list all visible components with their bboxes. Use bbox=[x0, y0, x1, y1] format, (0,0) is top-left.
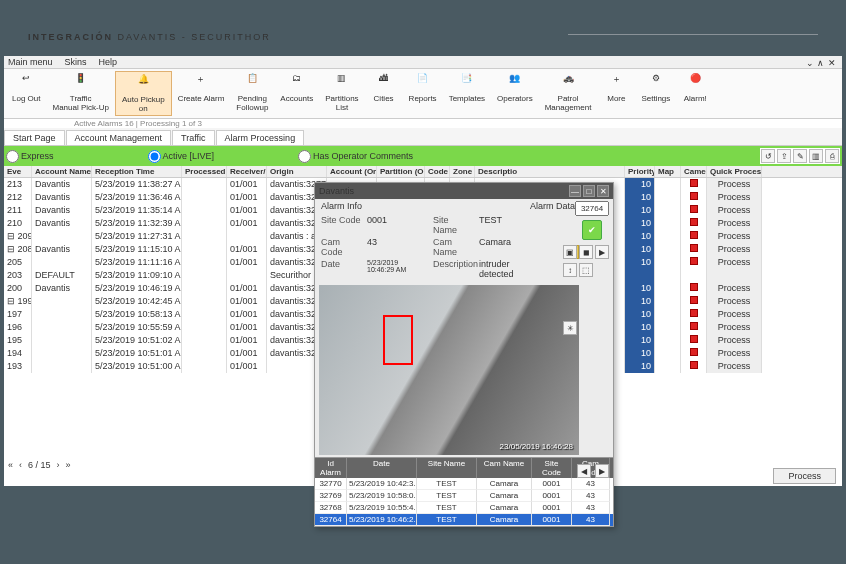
camera-icon[interactable] bbox=[690, 309, 698, 317]
process-button[interactable]: Process bbox=[773, 468, 836, 484]
quick-process-button[interactable]: Process bbox=[707, 217, 762, 230]
camera-icon[interactable] bbox=[690, 335, 698, 343]
toolbar-settings[interactable]: ⚙Settings bbox=[635, 71, 676, 116]
toolbar-operators[interactable]: 👥Operators bbox=[491, 71, 539, 116]
popup-close-icon[interactable]: ✕ bbox=[597, 185, 609, 197]
quick-process-button[interactable]: Process bbox=[707, 308, 762, 321]
chart-icon[interactable]: ▥ bbox=[809, 149, 823, 163]
col-reception[interactable]: Reception Time bbox=[92, 166, 182, 177]
pgh-camname[interactable]: Cam Name bbox=[477, 458, 532, 478]
edit-icon[interactable]: ✎ bbox=[793, 149, 807, 163]
alarm-search-input[interactable] bbox=[575, 201, 609, 216]
menu-main[interactable]: Main menu bbox=[8, 57, 53, 67]
camera-icon[interactable] bbox=[690, 205, 698, 213]
undo-icon[interactable]: ↺ bbox=[761, 149, 775, 163]
quick-process-button[interactable]: Process bbox=[707, 295, 762, 308]
col-priority[interactable]: Priority bbox=[625, 166, 655, 177]
toolbar-patrol-management[interactable]: 🚓PatrolManagement bbox=[539, 71, 598, 116]
camera-icon[interactable] bbox=[690, 322, 698, 330]
popup-table-row[interactable]: 327705/23/2019 10:42:3...TESTCamara00014… bbox=[315, 478, 613, 490]
toolbar-templates[interactable]: 📑Templates bbox=[443, 71, 491, 116]
caret-icon[interactable]: ⌄ ∧ bbox=[806, 58, 824, 68]
col-acc-orig[interactable]: Account (Original) bbox=[327, 166, 377, 177]
quick-process-button[interactable]: Process bbox=[707, 243, 762, 256]
col-quickprocess[interactable]: Quick Process bbox=[707, 166, 762, 177]
quick-process-button[interactable]: Process bbox=[707, 204, 762, 217]
col-partition[interactable]: Partition (Original) bbox=[377, 166, 425, 177]
menu-skins[interactable]: Skins bbox=[65, 57, 87, 67]
close-icon[interactable]: ✕ bbox=[828, 58, 836, 68]
camera-icon[interactable] bbox=[690, 231, 698, 239]
pager-last-icon[interactable]: » bbox=[66, 460, 71, 470]
quick-process-button[interactable]: Process bbox=[707, 321, 762, 334]
filter-comments[interactable]: Has Operator Comments bbox=[298, 150, 413, 163]
toolbar-create-alarm[interactable]: ＋Create Alarm bbox=[172, 71, 231, 116]
col-code[interactable]: Code bbox=[425, 166, 450, 177]
pager-first-icon[interactable]: « bbox=[8, 460, 13, 470]
popup-max-icon[interactable]: □ bbox=[583, 185, 595, 197]
pager-next-icon[interactable]: › bbox=[57, 460, 60, 470]
camera-icon[interactable] bbox=[690, 244, 698, 252]
camera-icon[interactable] bbox=[690, 348, 698, 356]
col-receiver[interactable]: Receiver/Line bbox=[227, 166, 267, 177]
upload-icon[interactable]: ⇪ bbox=[777, 149, 791, 163]
toolbar-partitions-list[interactable]: ▥PartitionsList bbox=[319, 71, 364, 116]
vid-next-icon[interactable]: ▶ bbox=[595, 464, 609, 478]
quick-process-button[interactable]: Process bbox=[707, 191, 762, 204]
vid-btn-4[interactable]: ↕ bbox=[563, 263, 577, 277]
toolbar-pending-followup[interactable]: 📋PendingFollowup bbox=[230, 71, 274, 116]
pgh-sitecode[interactable]: Site Code bbox=[532, 458, 572, 478]
pager[interactable]: « ‹ 6 / 15 › » bbox=[8, 460, 71, 470]
camera-icon[interactable] bbox=[690, 179, 698, 187]
quick-process-button[interactable] bbox=[707, 269, 762, 282]
popup-titlebar[interactable]: Davantis — □ ✕ bbox=[315, 183, 613, 199]
pgh-date[interactable]: Date bbox=[347, 458, 417, 478]
vid-btn-3[interactable]: ▶ bbox=[595, 245, 609, 259]
video-preview[interactable]: 23/05/2019 16:46:28 bbox=[319, 285, 579, 455]
vid-btn-5[interactable]: ⬚ bbox=[579, 263, 593, 277]
tab-account-mgmt[interactable]: Account Management bbox=[66, 130, 172, 145]
quick-process-button[interactable]: Process bbox=[707, 230, 762, 243]
camera-icon[interactable] bbox=[690, 218, 698, 226]
col-desc[interactable]: Descriptio bbox=[475, 166, 625, 177]
camera-icon[interactable] bbox=[690, 257, 698, 265]
quick-process-button[interactable]: Process bbox=[707, 360, 762, 373]
filter-express[interactable]: Express bbox=[6, 150, 54, 163]
pgh-id[interactable]: Id Alarm bbox=[315, 458, 347, 478]
quick-process-button[interactable]: Process bbox=[707, 178, 762, 191]
toolbar-more[interactable]: ＋More bbox=[597, 71, 635, 116]
toolbar-cities[interactable]: 🏙Cities bbox=[365, 71, 403, 116]
quick-process-button[interactable]: Process bbox=[707, 256, 762, 269]
vid-prev-icon[interactable]: ◀ bbox=[577, 464, 591, 478]
camera-icon[interactable] bbox=[690, 283, 698, 291]
quick-process-button[interactable]: Process bbox=[707, 347, 762, 360]
express-radio[interactable] bbox=[6, 150, 19, 163]
popup-table-row[interactable]: 327645/23/2019 10:46:2...TESTCamara00014… bbox=[315, 514, 613, 526]
camera-icon[interactable] bbox=[690, 296, 698, 304]
col-eve[interactable]: Eve bbox=[4, 166, 32, 177]
popup-table-row[interactable]: 327685/23/2019 10:55:4...TESTCamara00014… bbox=[315, 502, 613, 514]
vid-btn-6[interactable]: ✳ bbox=[563, 321, 577, 335]
col-zone[interactable]: Zone bbox=[450, 166, 475, 177]
vid-btn-2[interactable]: ◼ bbox=[579, 245, 593, 259]
tab-traffic[interactable]: Traffic bbox=[172, 130, 215, 145]
menu-help[interactable]: Help bbox=[99, 57, 118, 67]
search-go-button[interactable]: ✔ bbox=[582, 220, 602, 240]
popup-table-row[interactable]: 327695/23/2019 10:58:0...TESTCamara00014… bbox=[315, 490, 613, 502]
print-icon[interactable]: ⎙ bbox=[825, 149, 839, 163]
col-account[interactable]: Account Name bbox=[32, 166, 92, 177]
toolbar-alarm-[interactable]: 🔴Alarm! bbox=[676, 71, 714, 116]
popup-min-icon[interactable]: — bbox=[569, 185, 581, 197]
col-camera[interactable]: Camera bbox=[681, 166, 707, 177]
col-origin[interactable]: Origin bbox=[267, 166, 327, 177]
active-radio[interactable] bbox=[148, 150, 161, 163]
toolbar-accounts[interactable]: 🗂Accounts bbox=[274, 71, 319, 116]
toolbar-auto-pickup-on[interactable]: 🔔Auto Pickupon bbox=[115, 71, 172, 116]
col-map[interactable]: Map bbox=[655, 166, 681, 177]
col-processed[interactable]: Processed Time bbox=[182, 166, 227, 177]
comments-radio[interactable] bbox=[298, 150, 311, 163]
vid-btn-1[interactable]: ▣ bbox=[563, 245, 577, 259]
toolbar-log-out[interactable]: ↩Log Out bbox=[6, 71, 46, 116]
camera-icon[interactable] bbox=[690, 192, 698, 200]
pager-prev-icon[interactable]: ‹ bbox=[19, 460, 22, 470]
